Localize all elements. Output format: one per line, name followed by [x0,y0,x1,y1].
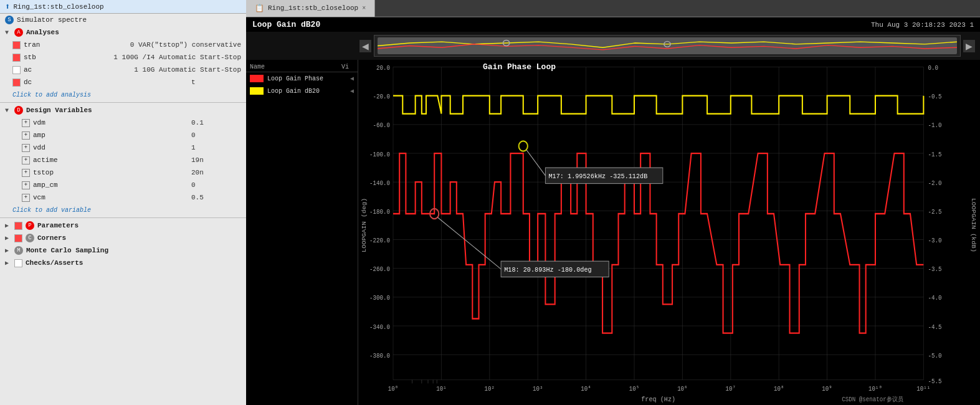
var-vdd-icon: + [22,144,30,152]
legend-v-col: Vi [341,64,354,70]
dc-row[interactable]: dc t [0,76,246,88]
var-vdd-row[interactable]: + vdd 1 [0,141,246,154]
stb-row[interactable]: stb 1 100G /I4 Automatic Start-Stop [0,51,246,64]
var-amp-cm-icon: + [22,181,30,189]
dc-value: t [191,79,241,86]
svg-text:-100.0: -100.0 [369,151,390,158]
parameters-title: Parameters [37,222,78,229]
scroll-left-button[interactable]: ◀ [359,40,371,52]
svg-text:-2.0: -2.0 [928,179,941,187]
svg-text:M18: 20.893Hz -180.0deg: M18: 20.893Hz -180.0deg [504,266,591,274]
svg-text:10⁰: 10⁰ [388,385,399,393]
svg-text:-220.0: -220.0 [369,237,390,245]
corners-section[interactable]: ▶ C Corners [0,232,246,244]
parameters-section[interactable]: ▶ P Parameters [0,219,246,232]
analyses-icon: A [14,28,23,37]
scroll-right-button[interactable]: ▶ [963,40,975,52]
stb-checkbox[interactable] [12,54,21,62]
project-title: Ring_1st:stb_closeloop [13,3,103,11]
legend-phase-label: Loop Gain Phase [267,75,346,82]
svg-text:-2.5: -2.5 [928,209,941,216]
svg-text:-4.5: -4.5 [928,323,941,331]
tran-label: tran [24,41,40,49]
svg-text:10¹: 10¹ [436,385,446,393]
var-vcm-value: 0.5 [191,194,241,201]
analyses-section[interactable]: ▼ A Analyses [0,26,246,39]
legend-db20-item[interactable]: Loop Gain dB20 ◀ [246,85,358,97]
svg-text:-3.5: -3.5 [928,266,941,274]
add-variable-text: Click to add variable [12,207,91,214]
svg-text:-0.5: -0.5 [928,93,941,101]
checks-section[interactable]: ▶ Checks/Asserts [0,257,246,269]
var-amp-cm-row[interactable]: + amp_cm 0 [0,179,246,191]
plot-title: Loop Gain dB20 [252,20,320,29]
var-vcm-row[interactable]: + vcm 0.5 [0,191,246,204]
svg-text:freq (Hz): freq (Hz) [641,396,675,404]
monte-carlo-expand-icon: ▶ [5,247,11,254]
design-vars-section[interactable]: ▼ D Design Variables [0,104,246,117]
tran-checkbox[interactable] [12,41,21,49]
var-actime-name: actime [33,156,58,164]
add-variable-link[interactable]: Click to add variable [0,204,246,216]
var-actime-row[interactable]: + actime 19n [0,154,246,166]
stb-value: 1 100G /I4 Automatic Start-Stop [113,54,241,61]
analyses-title: Analyses [26,29,59,36]
legend-phase-item[interactable]: Loop Gain Phase ◀ [246,72,358,85]
var-vcm-icon: + [22,194,30,202]
main-tab[interactable]: 📋 Ring_1st:stb_closeloop × [246,0,375,17]
var-actime-value: 19n [191,156,241,164]
project-header[interactable]: ⬆ Ring_1st:stb_closeloop [0,0,246,14]
simulator-label: Simulator spectre [17,16,87,24]
simulator-icon: S [5,16,14,24]
plot-area: Name Vi Loop Gain Phase ◀ Loop Gain dB20… [246,60,980,405]
ac-label: ac [24,66,32,74]
monte-carlo-title: Monte Carlo Sampling [26,247,108,254]
tran-row[interactable]: tran 0 VAR("tstop") conservative [0,39,246,51]
simulator-row[interactable]: S Simulator spectre [0,14,246,26]
ac-value: 1 10G Automatic Start-Stop [134,66,241,74]
svg-text:-5.5: -5.5 [928,378,941,386]
var-vcm-name: vcm [33,194,45,201]
ac-row[interactable]: ac 1 10G Automatic Start-Stop [0,64,246,76]
svg-text:-140.0: -140.0 [369,179,390,187]
svg-text:-20.0: -20.0 [373,93,390,101]
svg-text:-3.0: -3.0 [928,237,941,245]
scroll-track[interactable] [374,35,961,57]
main-chart-svg: 20.0 -20.0 -60.0 -100.0 -140.0 -180.0 -2… [358,60,980,405]
monte-carlo-section[interactable]: ▶ M Monte Carlo Sampling [0,244,246,257]
var-vdm-row[interactable]: + vdm 0.1 [0,117,246,129]
checks-checkbox[interactable] [14,259,22,267]
analyses-expand-icon: ▼ [5,29,11,36]
svg-text:-260.0: -260.0 [369,266,390,274]
legend-name-col: Name [250,64,341,70]
add-analysis-text: Click to add analysis [12,92,91,98]
dc-checkbox[interactable] [12,79,21,87]
legend-panel: Name Vi Loop Gain Phase ◀ Loop Gain dB20… [246,60,358,405]
tab-close-button[interactable]: × [362,5,366,12]
svg-text:10³: 10³ [533,385,543,393]
corners-icon: C [26,234,34,242]
svg-text:-4.0: -4.0 [928,295,941,302]
var-vdd-value: 1 [191,144,241,151]
svg-text:-1.0: -1.0 [928,122,941,130]
svg-text:-300.0: -300.0 [369,295,390,302]
svg-text:10⁴: 10⁴ [581,385,591,393]
ac-checkbox[interactable] [12,66,21,74]
var-tstop-row[interactable]: + tstop 20n [0,166,246,179]
var-amp-row[interactable]: + amp 0 [0,129,246,141]
var-vdm-icon: + [22,119,30,127]
add-analysis-link[interactable]: Click to add analysis [0,88,246,101]
corners-checkbox[interactable] [14,234,22,242]
monte-carlo-icon: M [14,246,23,255]
legend-phase-swatch [250,75,264,82]
checks-title: Checks/Asserts [26,259,83,267]
ring-icon: ⬆ [5,1,10,12]
design-vars-icon: D [14,106,23,115]
right-panel: 📋 Ring_1st:stb_closeloop × Loop Gain dB2… [246,0,980,405]
var-amp-cm-name: amp_cm [33,181,58,189]
chart-container: 20.0 -20.0 -60.0 -100.0 -140.0 -180.0 -2… [358,60,980,405]
svg-text:10⁸: 10⁸ [774,385,784,393]
svg-text:0.0: 0.0 [928,65,938,72]
var-tstop-value: 20n [191,169,241,176]
params-checkbox[interactable] [14,222,22,230]
